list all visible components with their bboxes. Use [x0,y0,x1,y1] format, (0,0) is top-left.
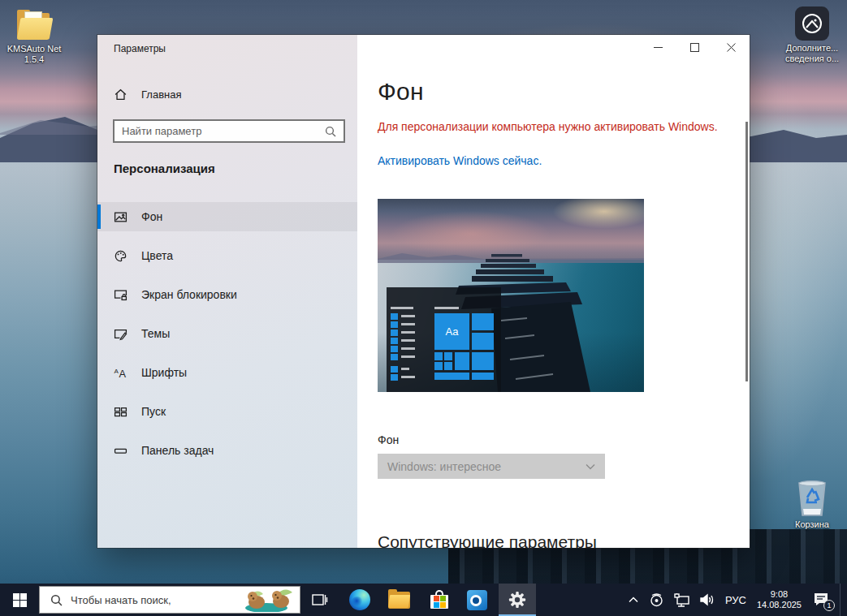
background-style-dropdown[interactable]: Windows: интересное [378,454,605,479]
chevron-up-icon [629,597,638,603]
desktop-icon-recycle-bin[interactable]: Корзина [780,480,844,530]
activate-windows-link[interactable]: Активировать Windows сейчас. [378,154,542,167]
palette-icon [114,249,127,263]
edge-icon [349,589,370,610]
taskbar-icon [114,444,127,458]
camera-icon [649,593,664,607]
window-title: Параметры [114,43,166,54]
related-settings-title: Сопутствующие параметры [378,532,597,548]
file-explorer-button[interactable] [380,584,417,616]
sidebar-item-label: Цвета [141,249,173,262]
desktop-icon-label: 1.5.4 [2,54,66,65]
sidebar-home-label: Главная [141,88,181,101]
tray-show-hidden-icons-button[interactable] [624,584,642,616]
settings-sidebar: Параметры Главная Персонализация [97,35,357,548]
search-highlight-otters-image [234,588,299,612]
sidebar-item-fonts[interactable]: A A Шрифты [97,358,357,387]
start-button[interactable] [0,584,39,616]
desktop-icon-label: Дополните... [780,43,844,54]
sidebar-item-taskbar[interactable]: Панель задач [97,436,357,465]
ethernet-network-icon [674,593,690,607]
desktop-icon-label: Корзина [780,519,844,530]
tray-clock[interactable]: 9:08 14.08.2025 [754,584,805,616]
background-dropdown-label: Фон [378,433,399,446]
page-title: Фон [378,78,424,106]
window-controls [640,35,750,59]
desktop-icon-label: сведения о... [780,54,844,64]
file-explorer-icon [388,592,410,609]
background-image-icon [114,210,127,224]
start-layout-icon [114,405,127,419]
home-icon [114,88,127,101]
taskbar: РУС 9:08 14.08.2025 1 [0,584,847,616]
fonts-icon: A A [114,366,127,380]
photo-image-icon [795,6,829,41]
themes-icon [114,327,127,341]
sidebar-item-home[interactable]: Главная [97,81,357,107]
tray-language-indicator[interactable]: РУС [722,584,750,616]
sidebar-item-label: Экран блокировки [141,288,237,301]
microsoft-store-button[interactable] [421,584,458,616]
sidebar-search-input[interactable] [115,125,325,137]
speaker-icon [699,593,715,606]
tray-network-button[interactable] [672,584,693,616]
settings-content: Фон Для персонализации компьютера нужно … [357,35,750,548]
search-icon [50,594,63,606]
desktop: KMSAuto Net 1.5.4 Дополните... сведения … [0,0,847,616]
preview-start-menu: Aa [387,287,501,392]
system-tray: РУС 9:08 14.08.2025 1 [624,584,847,616]
dropdown-value: Windows: интересное [387,460,586,473]
sidebar-item-label: Темы [141,327,170,340]
sidebar-item-label: Панель задач [141,444,214,457]
outlook-button[interactable] [458,584,495,616]
svg-text:A: A [119,368,126,380]
activation-warning: Для персонализации компьютера нужно акти… [378,120,718,133]
scrollbar[interactable] [745,122,748,381]
lock-screen-icon [114,288,127,302]
outlook-icon [467,590,487,610]
notification-badge: 1 [823,600,835,611]
action-center-button[interactable]: 1 [809,584,833,616]
background-preview: Aa [378,199,644,392]
maximize-button[interactable] [676,35,713,59]
tray-volume-button[interactable] [697,584,718,616]
clock-date: 14.08.2025 [757,600,802,610]
folder-icon [15,11,53,41]
minimize-button[interactable] [640,35,676,59]
recycle-bin-icon [793,480,831,517]
sidebar-search-box[interactable] [113,119,345,143]
chevron-down-icon [586,463,595,470]
sidebar-item-colors[interactable]: Цвета [97,241,357,270]
tray-meet-now-button[interactable] [646,584,668,616]
sidebar-item-label: Шрифты [141,366,187,379]
desktop-icon-additional-info[interactable]: Дополните... сведения о... [780,6,844,64]
sidebar-nav: Фон Цвета [97,202,357,475]
settings-window: Параметры Главная Персонализация [97,35,750,548]
desktop-icon-kmsauto[interactable]: KMSAuto Net 1.5.4 [2,11,66,65]
sidebar-item-start[interactable]: Пуск [97,397,357,426]
sidebar-item-label: Пуск [141,405,166,418]
desktop-icon-label: KMSAuto Net [2,44,66,54]
search-icon [325,126,336,137]
clock-time: 9:08 [757,589,802,600]
edge-browser-button[interactable] [341,584,378,616]
sidebar-item-lock-screen[interactable]: Экран блокировки [97,280,357,309]
store-icon [430,590,449,610]
settings-app-button-active[interactable] [499,584,536,616]
taskbar-search-box[interactable] [39,586,300,614]
task-view-button[interactable] [302,584,336,616]
preview-aa-tile: Aa [434,313,469,350]
sidebar-item-label: Фон [141,210,162,223]
windows-logo-icon [13,593,27,607]
close-button[interactable] [713,35,750,59]
sidebar-section-title: Персонализация [114,162,215,175]
sidebar-item-themes[interactable]: Темы [97,319,357,348]
sidebar-item-background[interactable]: Фон [97,202,357,231]
show-desktop-divider[interactable] [840,584,841,616]
gear-icon [508,591,526,609]
task-view-icon [310,592,328,608]
